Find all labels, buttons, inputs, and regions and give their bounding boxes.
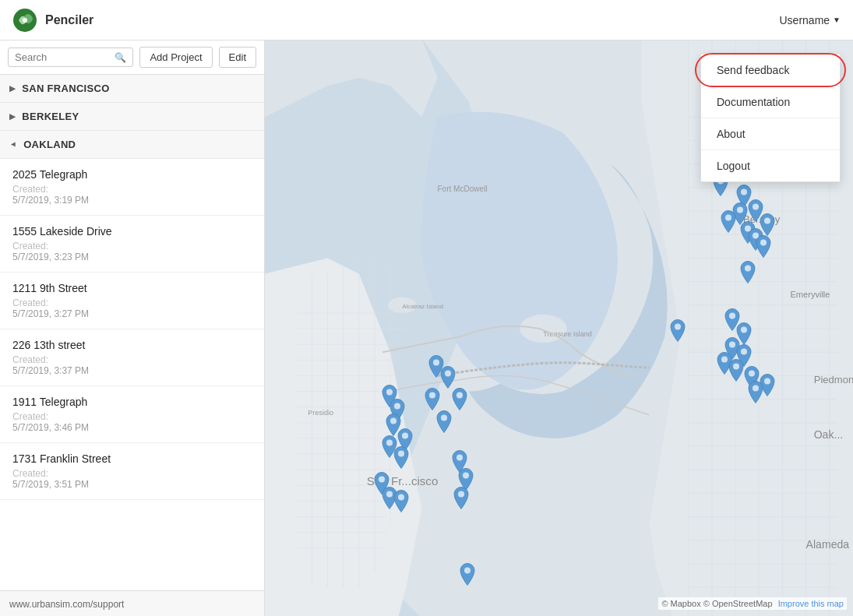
project-meta: Created: 5/7/2019, 3:27 PM [12, 297, 252, 319]
created-label: Created: [12, 241, 48, 252]
send-feedback-item[interactable]: Send feedback [701, 55, 840, 86]
logout-item[interactable]: Logout [701, 150, 840, 181]
project-meta: Created: 5/7/2019, 3:37 PM [12, 354, 252, 376]
svg-text:Emeryville: Emeryville [790, 290, 830, 299]
project-name: 1211 9th Street [12, 282, 252, 294]
created-date: 5/7/2019, 3:23 PM [12, 252, 89, 262]
project-name: 1555 Lakeside Drive [12, 225, 252, 238]
add-project-button[interactable]: Add Project [139, 47, 212, 68]
created-label: Created: [12, 468, 48, 479]
chevron-down-icon: ▼ [833, 16, 841, 24]
svg-text:Piedmont: Piedmont [814, 374, 853, 385]
svg-text:Alameda: Alameda [806, 538, 850, 551]
created-date: 5/7/2019, 3:27 PM [12, 308, 89, 319]
svg-text:Treasure Island: Treasure Island [543, 330, 592, 338]
header-left: Penciler [12, 8, 93, 33]
map-attribution: © Mapbox © OpenStreetMap Improve this ma… [658, 597, 847, 610]
created-label: Created: [12, 297, 48, 308]
project-meta: Created: 5/7/2019, 3:51 PM [12, 468, 252, 490]
sidebar-toolbar: 🔍 Add Project Edit [0, 40, 264, 75]
city-expand-arrow: ▶ [9, 84, 16, 93]
created-date: 5/7/2019, 3:46 PM [12, 422, 89, 433]
city-header-oakland[interactable]: ▼OAKLAND [0, 131, 264, 159]
created-label: Created: [12, 411, 48, 422]
project-item[interactable]: 1555 Lakeside Drive Created: 5/7/2019, 3… [0, 216, 264, 273]
svg-point-1 [23, 18, 27, 23]
edit-button[interactable]: Edit [219, 47, 256, 68]
svg-text:Ber...ley: Ber...ley [743, 213, 781, 225]
created-date: 5/7/2019, 3:51 PM [12, 479, 89, 490]
city-header-berkeley[interactable]: ▶BERKELEY [0, 103, 264, 131]
app-title: Penciler [45, 13, 93, 27]
city-name-label: BERKELEY [22, 111, 79, 122]
username-label: Username [780, 14, 830, 26]
project-item[interactable]: 1211 9th Street Created: 5/7/2019, 3:27 … [0, 273, 264, 329]
improve-map-link[interactable]: Improve this map [778, 599, 844, 608]
created-date: 5/7/2019, 3:19 PM [12, 195, 89, 206]
project-meta: Created: 5/7/2019, 3:19 PM [12, 184, 252, 206]
project-name: 1911 Telegraph [12, 396, 252, 408]
project-name: 2025 Telegraph [12, 168, 252, 181]
project-item[interactable]: 1731 Franklin Street Created: 5/7/2019, … [0, 443, 264, 500]
search-wrapper[interactable]: 🔍 [8, 48, 133, 67]
city-name-label: SAN FRANCISCO [22, 83, 109, 94]
svg-text:Fort McDowell: Fort McDowell [437, 185, 487, 193]
user-menu-trigger[interactable]: Username ▼ Send feedback Documentation A… [780, 14, 841, 26]
svg-text:Alcatraz Island: Alcatraz Island [402, 303, 443, 310]
created-label: Created: [12, 184, 48, 195]
user-dropdown-menu: Send feedback Documentation About Logout [700, 55, 841, 182]
project-item[interactable]: 226 13th street Created: 5/7/2019, 3:37 … [0, 329, 264, 386]
project-list: ▶SAN FRANCISCO▶BERKELEY▼OAKLAND 2025 Tel… [0, 75, 264, 590]
project-item[interactable]: 1911 Telegraph Created: 5/7/2019, 3:46 P… [0, 386, 264, 443]
project-name: 1731 Franklin Street [12, 452, 252, 465]
svg-text:San Fr...cisco: San Fr...cisco [367, 474, 438, 488]
svg-text:Oak...: Oak... [814, 428, 844, 441]
header: Penciler Username ▼ Send feedback Docume… [0, 0, 853, 40]
project-name: 226 13th street [12, 339, 252, 351]
search-input[interactable] [15, 51, 111, 63]
about-item[interactable]: About [701, 118, 840, 150]
project-item[interactable]: 2025 Telegraph Created: 5/7/2019, 3:19 P… [0, 159, 264, 216]
city-expand-arrow: ▼ [9, 140, 18, 148]
documentation-item[interactable]: Documentation [701, 86, 840, 118]
project-meta: Created: 5/7/2019, 3:23 PM [12, 241, 252, 262]
support-link[interactable]: www.urbansim.com/support [9, 599, 124, 610]
mapbox-credit: © Mapbox © OpenStreetMap [661, 599, 772, 608]
created-date: 5/7/2019, 3:37 PM [12, 365, 89, 376]
sidebar: 🔍 Add Project Edit ▶SAN FRANCISCO▶BERKEL… [0, 40, 265, 616]
app-logo-icon [12, 8, 37, 33]
created-label: Created: [12, 354, 48, 365]
search-icon: 🔍 [115, 52, 126, 63]
sidebar-footer: www.urbansim.com/support [0, 590, 264, 616]
project-meta: Created: 5/7/2019, 3:46 PM [12, 411, 252, 433]
city-name-label: OAKLAND [23, 139, 76, 150]
city-header-san-francisco[interactable]: ▶SAN FRANCISCO [0, 75, 264, 103]
city-expand-arrow: ▶ [9, 112, 16, 121]
svg-text:Presidio: Presidio [308, 409, 333, 417]
